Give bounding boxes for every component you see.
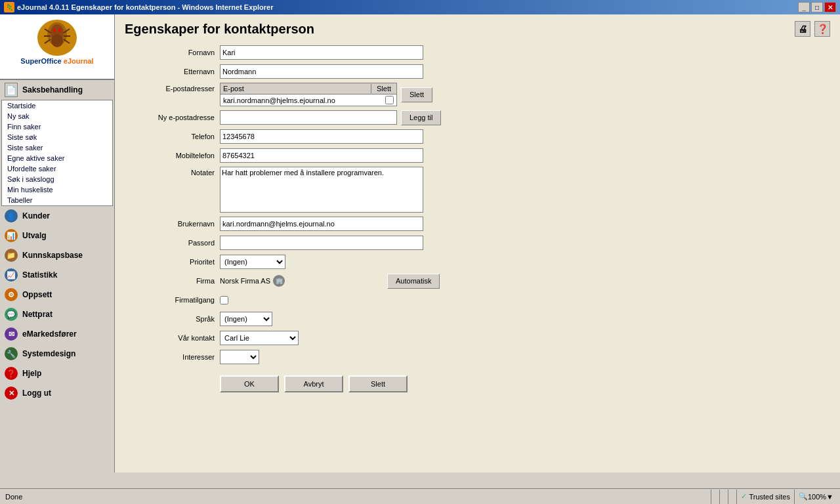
firmatilgang-field — [220, 296, 830, 304]
slett-button[interactable]: Slett — [348, 375, 408, 392]
interesser-select[interactable] — [220, 350, 259, 364]
sidebar-item-oppsett[interactable]: ⚙ Oppsett — [0, 285, 114, 304]
statistikk-icon: 📈 — [4, 268, 18, 282]
sprak-select[interactable]: (Ingen) — [220, 312, 272, 326]
saksbehandling-subnav: Startside Ny sak Finn saker Siste søk Si… — [1, 100, 113, 206]
prioritet-select[interactable]: (Ingen) — [220, 255, 285, 269]
firmatilgang-label: Firmatilgang — [125, 296, 220, 304]
page-title-icons: 🖨 ❓ — [795, 21, 830, 37]
logo-text: SuperOffice eJournal — [20, 57, 93, 65]
help-icon-button[interactable]: ❓ — [814, 21, 830, 37]
sidebar-item-ufordelte[interactable]: Ufordelte saker — [2, 163, 112, 174]
ny-epost-row: Ny e-postadresse Legg til — [125, 110, 830, 125]
sidebar-item-emarkeds[interactable]: ✉ eMarkedsfører — [0, 324, 114, 344]
epost-row: E-postadresser E-post Slett kari.nordman… — [125, 83, 830, 106]
fornavn-row: Fornavn — [125, 45, 830, 60]
kunnskapsbase-label: Kunnskapsbase — [22, 251, 83, 260]
legg-til-button[interactable]: Legg til — [401, 110, 441, 125]
passord-field — [220, 236, 830, 250]
prioritet-label: Prioritet — [125, 258, 220, 266]
saksbehandling-icon: 📄 — [4, 83, 18, 97]
kunder-icon: 👤 — [4, 209, 18, 223]
mobil-input[interactable] — [220, 148, 423, 163]
minimize-button[interactable]: _ — [798, 2, 810, 12]
hjelp-label: Hjelp — [22, 369, 41, 378]
fornavn-input[interactable] — [220, 45, 423, 60]
sidebar-item-utvalg[interactable]: 📊 Utvalg — [0, 226, 114, 245]
var-kontakt-label: Vår kontakt — [125, 334, 220, 342]
email-header: E-post Slett — [220, 83, 396, 94]
email-slett-button[interactable]: Slett — [371, 84, 396, 93]
close-button[interactable]: ✕ — [824, 2, 836, 12]
print-icon-button[interactable]: 🖨 — [795, 21, 810, 37]
sidebar-item-huskeliste[interactable]: Min huskeliste — [2, 184, 112, 195]
sidebar-item-startside[interactable]: Startside — [2, 100, 112, 111]
telefon-input[interactable] — [220, 129, 423, 144]
sidebar-item-logg-ut[interactable]: ✕ Logg ut — [0, 383, 114, 403]
saksbehandling-label: Saksbehandling — [22, 85, 83, 94]
sidebar-item-siste-saker[interactable]: Siste saker — [2, 142, 112, 153]
etternavn-input[interactable] — [220, 64, 423, 79]
email-section: E-post Slett kari.nordmann@hjelms.ejourn… — [220, 83, 397, 106]
email-address: kari.nordmann@hjelms.ejournal.no — [223, 96, 383, 104]
etternavn-row: Etternavn — [125, 64, 830, 79]
emarkeds-icon: ✉ — [4, 327, 18, 341]
firmatilgang-row: Firmatilgang — [125, 292, 830, 308]
sidebar-item-tabeller[interactable]: Tabeller — [2, 195, 112, 205]
utvalg-label: Utvalg — [22, 231, 47, 240]
sidebar-item-sok-sakslogg[interactable]: Søk i sakslogg — [2, 174, 112, 184]
maximize-button[interactable]: □ — [811, 2, 823, 12]
nettprat-label: Nettprat — [22, 310, 52, 319]
sidebar-item-saksbehandling[interactable]: 📄 Saksbehandling — [0, 80, 114, 100]
nav-section: 📄 Saksbehandling Startside Ny sak Finn s… — [0, 80, 114, 403]
firmatilgang-checkbox[interactable] — [220, 296, 228, 304]
sidebar-item-kunnskapsbase[interactable]: 📁 Kunnskapsbase — [0, 245, 114, 265]
title-bar: 🦎 eJournal 4.0.11 Egenskaper for kontakt… — [0, 0, 840, 14]
slett-epost-button[interactable]: Slett — [401, 87, 432, 102]
telefon-field — [220, 129, 830, 144]
sprak-field: (Ingen) — [220, 312, 830, 326]
sidebar-item-nettprat[interactable]: 💬 Nettprat — [0, 304, 114, 324]
utvalg-icon: 📊 — [4, 228, 18, 243]
var-kontakt-select[interactable]: Carl Lie — [220, 331, 299, 345]
etternavn-field — [220, 64, 830, 79]
svg-point-10 — [53, 29, 56, 32]
sidebar-item-siste-sok[interactable]: Siste søk — [2, 132, 112, 142]
passord-input[interactable] — [220, 236, 423, 250]
firma-icon: 🏢 — [273, 275, 285, 287]
notater-textarea[interactable]: Har hatt problemer med å installere prog… — [220, 167, 423, 212]
sidebar-item-kunder[interactable]: 👤 Kunder — [0, 206, 114, 226]
var-kontakt-field: Carl Lie — [220, 331, 830, 345]
svg-point-3 — [51, 34, 63, 47]
email-checkbox[interactable] — [385, 96, 394, 104]
automatisk-button[interactable]: Automatisk — [387, 274, 440, 289]
mobil-field — [220, 148, 830, 163]
bottom-buttons: OK Avbryt Slett — [220, 375, 830, 392]
sidebar-item-systemdesign[interactable]: 🔧 Systemdesign — [0, 344, 114, 364]
sidebar-item-statistikk[interactable]: 📈 Statistikk — [0, 265, 114, 285]
var-kontakt-row: Vår kontakt Carl Lie — [125, 330, 830, 346]
sidebar: SuperOffice eJournal 📄 Saksbehandling St… — [0, 14, 115, 472]
sprak-row: Språk (Ingen) — [125, 311, 830, 327]
sidebar-item-ny-sak[interactable]: Ny sak — [2, 111, 112, 121]
sidebar-item-finn-saker[interactable]: Finn saker — [2, 121, 112, 132]
ny-epost-input[interactable] — [220, 110, 397, 125]
notater-label: Notater — [125, 167, 220, 177]
ny-epost-field: Legg til — [220, 110, 830, 125]
emarkeds-label: eMarkedsfører — [22, 329, 77, 339]
app-icon: 🦎 — [4, 2, 14, 12]
sidebar-item-egne-aktive[interactable]: Egne aktive saker — [2, 153, 112, 163]
mobil-row: Mobiltelefon — [125, 148, 830, 163]
avbryt-button[interactable]: Avbryt — [284, 375, 343, 392]
interesser-field — [220, 350, 830, 364]
telefon-row: Telefon — [125, 129, 830, 144]
contact-form: Fornavn Etternavn E-postadresser E- — [125, 45, 830, 365]
interesser-label: Interesser — [125, 353, 220, 361]
ok-button[interactable]: OK — [220, 375, 279, 392]
sidebar-item-hjelp[interactable]: ❓ Hjelp — [0, 364, 114, 383]
window-title: eJournal 4.0.11 Egenskaper for kontaktpe… — [17, 3, 274, 11]
interesser-row: Interesser — [125, 349, 830, 365]
logo-icon — [37, 20, 77, 56]
brukernavn-input[interactable] — [220, 217, 423, 231]
telefon-label: Telefon — [125, 133, 220, 140]
